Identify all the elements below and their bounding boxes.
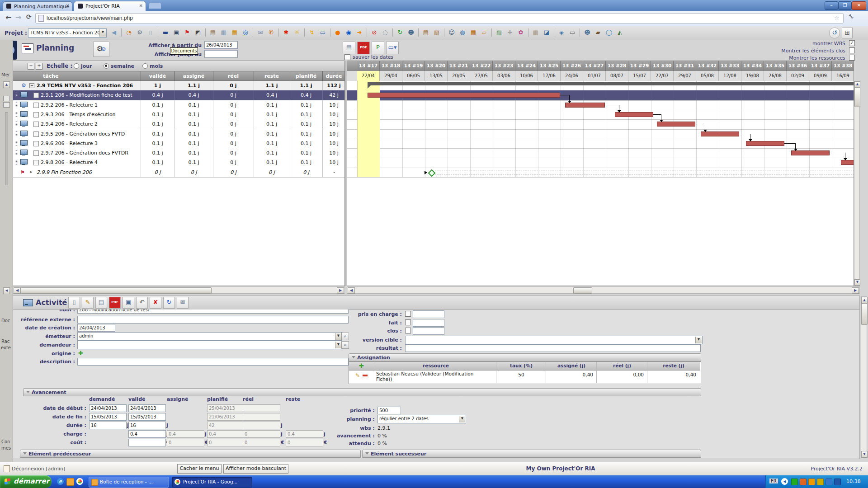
chevron-down-icon[interactable]: ▼ bbox=[459, 416, 465, 422]
logout-icon[interactable] bbox=[4, 465, 10, 472]
network-icon[interactable] bbox=[834, 479, 841, 485]
table-row[interactable]: ⚑▸2.9.9 Fin Fonction 2060 j0 j0 j0 j0 j- bbox=[13, 168, 345, 178]
table-row[interactable]: 2.9.6 206 - Relecture 30.1 j0.1 j0 j0.1 … bbox=[13, 139, 345, 149]
edit-icon[interactable]: ✎ bbox=[355, 372, 360, 379]
gantt-task-bar[interactable] bbox=[368, 93, 560, 98]
target-icon[interactable]: ◎ bbox=[241, 28, 250, 37]
new-document-icon[interactable]: ▯ bbox=[68, 297, 80, 309]
gantt-date-header[interactable]: 13/05 bbox=[425, 71, 448, 81]
gantt-date-header[interactable]: 19/08 bbox=[741, 71, 764, 81]
back-icon[interactable]: ← bbox=[5, 13, 11, 22]
task-checkbox[interactable] bbox=[33, 122, 39, 127]
gantt-date-header[interactable]: 24/06 bbox=[561, 71, 583, 81]
archive-icon[interactable]: ▥ bbox=[531, 28, 540, 37]
expand-icon[interactable]: ▸ bbox=[30, 169, 33, 174]
reload-icon[interactable]: ⟳ bbox=[26, 13, 32, 20]
tab-close-icon[interactable]: ✕ bbox=[66, 3, 70, 8]
gantt-date-header[interactable]: 12/08 bbox=[719, 71, 741, 81]
drag-handle-icon[interactable] bbox=[14, 121, 18, 127]
alert-icon[interactable]: ✱ bbox=[282, 28, 291, 37]
drag-handle-icon[interactable] bbox=[14, 141, 18, 146]
copy-icon[interactable]: ▣ bbox=[123, 297, 134, 309]
palette-icon[interactable]: ✿ bbox=[516, 28, 525, 37]
chevron-down-icon[interactable]: ▼ bbox=[695, 337, 702, 343]
people-icon[interactable]: ☻ bbox=[583, 28, 592, 37]
task-checkbox[interactable] bbox=[33, 103, 39, 108]
clock-icon[interactable] bbox=[808, 479, 815, 485]
tab-projector-ria[interactable]: Project'Or RIA ✕ bbox=[74, 1, 146, 11]
gantt-task-bar[interactable] bbox=[565, 103, 605, 108]
col-header-5[interactable]: planifié bbox=[290, 73, 322, 79]
gantt-week-header[interactable]: 13 #30 bbox=[651, 61, 674, 71]
sidebar-label-exte[interactable]: exte bbox=[1, 345, 11, 350]
zoom-out-button[interactable]: − bbox=[28, 63, 34, 70]
clapper-icon[interactable]: ◩ bbox=[193, 28, 203, 37]
sidebar-box[interactable] bbox=[3, 102, 10, 108]
screen-icon[interactable]: ▭ bbox=[318, 28, 327, 37]
emitter-select[interactable]: admin▼ bbox=[77, 332, 342, 341]
save-layout-icon[interactable]: ⊞ bbox=[842, 28, 853, 38]
gantt-task-bar[interactable] bbox=[746, 141, 784, 146]
clos-checkbox[interactable] bbox=[405, 328, 411, 333]
gantt-settings-button[interactable]: ⚙⚙ bbox=[93, 42, 109, 57]
sidebar-label-mes[interactable]: mes bbox=[1, 446, 11, 450]
successor-section-header[interactable]: Elément successeur bbox=[362, 450, 701, 458]
origin-add-icon[interactable]: ✚ bbox=[78, 350, 83, 357]
gear-icon[interactable]: ⚙ bbox=[135, 28, 144, 37]
project-select[interactable]: TCMS NTV v353 - Fonction 206 ▼ bbox=[28, 28, 107, 38]
forward-icon[interactable]: → bbox=[15, 13, 21, 22]
list-icon[interactable]: ▥ bbox=[219, 28, 228, 37]
option-checkbox-1[interactable] bbox=[849, 47, 855, 53]
radio-mois[interactable] bbox=[142, 63, 148, 69]
bookmark-star-icon[interactable]: ☆ bbox=[834, 14, 840, 21]
start-button[interactable]: démarrer bbox=[0, 475, 52, 488]
print-icon[interactable]: ▤ bbox=[95, 297, 107, 309]
result-field[interactable] bbox=[405, 344, 701, 352]
url-text[interactable]: localhost/projectorria/view/main.php bbox=[47, 15, 133, 21]
save-dates-checkbox[interactable] bbox=[344, 54, 350, 60]
flag-icon[interactable]: ⚑ bbox=[183, 28, 192, 37]
gantt-date-header[interactable]: 15/07 bbox=[628, 71, 651, 81]
gantt-week-header[interactable]: 13 #33 bbox=[719, 61, 741, 71]
drag-handle-icon[interactable] bbox=[14, 112, 18, 117]
gantt-date-header[interactable]: 08/07 bbox=[606, 71, 628, 81]
display-icon[interactable] bbox=[826, 479, 832, 485]
gear-icon[interactable] bbox=[817, 479, 824, 485]
table-row[interactable]: 2.9.4 206 - Relecture 20.1 j0.1 j0 j0.1 … bbox=[13, 119, 345, 129]
task-button-inbox[interactable]: Boîte de réception - ... bbox=[89, 477, 169, 488]
tools-icon[interactable]: ✛ bbox=[505, 28, 514, 37]
sidebar-label-doc[interactable]: Doc bbox=[1, 318, 10, 323]
gantt-date-header[interactable]: 20/05 bbox=[448, 71, 470, 81]
table-hscrollbar[interactable]: ◀ ▶ bbox=[13, 286, 345, 294]
scroll-up-icon[interactable]: ▲ bbox=[854, 81, 860, 88]
gantt-week-header[interactable]: 13 #32 bbox=[696, 61, 719, 71]
table-row[interactable]: 2.9.5 206 - Génération docs FVTD0.1 j0.1… bbox=[13, 129, 345, 139]
task-checkbox[interactable] bbox=[33, 112, 39, 117]
avancement-field[interactable]: 24/04/2013 bbox=[89, 404, 127, 412]
gantt-date-header[interactable]: 22/04 bbox=[357, 71, 380, 81]
scroll-left-icon[interactable]: ◀ bbox=[348, 287, 355, 294]
assignation-section-header[interactable]: Assignation bbox=[349, 353, 701, 361]
user-icon[interactable]: ☺ bbox=[447, 28, 456, 37]
sidebar-left-icon[interactable]: ◀ bbox=[3, 287, 10, 294]
avancement-field[interactable]: 0,4 bbox=[128, 430, 166, 438]
scroll-down-icon[interactable]: ▼ bbox=[861, 451, 868, 458]
gantt-vscrollbar[interactable]: ▲ ▼ bbox=[854, 81, 860, 286]
java-icon[interactable] bbox=[800, 479, 807, 485]
clos-date-field[interactable] bbox=[413, 327, 444, 335]
remove-icon[interactable] bbox=[363, 375, 368, 376]
avancement-field[interactable]: 15/05/2013 bbox=[89, 413, 127, 421]
quicklaunch-chrome-icon[interactable] bbox=[76, 478, 83, 485]
gantt-week-header[interactable]: 13 #24 bbox=[515, 61, 538, 71]
scroll-right-icon[interactable]: ▶ bbox=[852, 287, 859, 294]
mail-icon[interactable]: ✉ bbox=[256, 28, 265, 37]
info-icon[interactable]: ◉ bbox=[344, 28, 353, 37]
requester-select[interactable]: ▼ bbox=[77, 341, 342, 349]
sidebar-up-icon[interactable]: ▲ bbox=[3, 81, 10, 88]
radio-jour[interactable] bbox=[74, 63, 79, 69]
gantt-week-header[interactable]: 13 #26 bbox=[561, 61, 583, 71]
option-checkbox-0[interactable]: ✓ bbox=[849, 40, 855, 46]
tab-planning-automatique[interactable]: Planning Automatique ✕ bbox=[3, 1, 72, 11]
table-row[interactable]: ⚙−2.9 TCMS NTV v353 - Fonction 2061 j1.1… bbox=[13, 81, 345, 91]
planning-mode-select[interactable]: régulier entre 2 dates▼ bbox=[377, 415, 466, 423]
